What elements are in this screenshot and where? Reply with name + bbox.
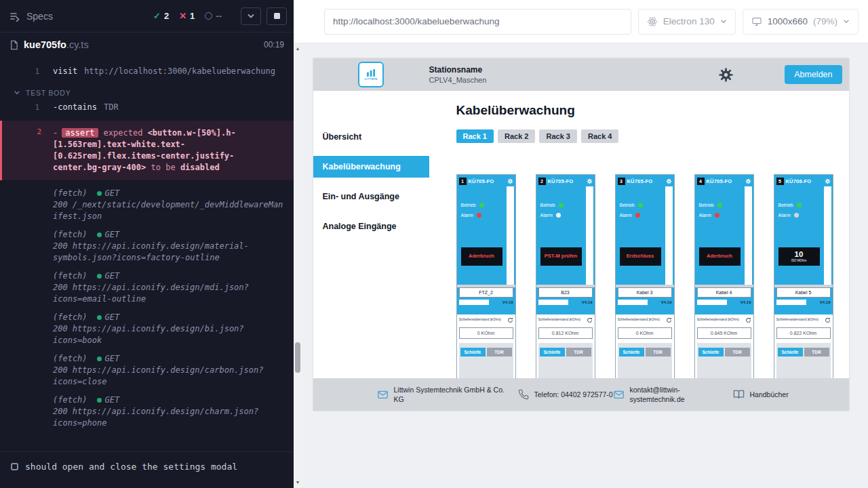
- measurement-panel: Schleifenwiderstand [kOhm] 0.822 KOhm Sc…: [774, 314, 833, 378]
- device-settings-gear-icon[interactable]: [745, 178, 751, 184]
- device-settings-gear-icon[interactable]: [587, 178, 593, 184]
- betrieb-label: Betrieb: [620, 203, 635, 207]
- viewport-size: 1000x660: [768, 16, 808, 26]
- viewport-select[interactable]: 1000x660 (79%): [743, 9, 859, 35]
- status-box: Aderbruch: [699, 247, 741, 266]
- cable-name: FTZ_2: [459, 287, 513, 298]
- device-model: KÜ705-FO: [707, 178, 743, 184]
- card-header: 2 KÜ705-FO: [536, 175, 595, 186]
- card-upper: Betrieb Alarm Erdschluss: [616, 186, 674, 285]
- scroll-down-arrow-icon[interactable]: ▼: [294, 479, 302, 486]
- fetch-log-row[interactable]: (fetch)GET 200https://api.iconify.design…: [0, 226, 294, 267]
- device-model: KÜ706-FO: [786, 178, 823, 184]
- url-input[interactable]: [324, 9, 631, 35]
- scrollbar-thumb[interactable]: [295, 342, 300, 373]
- refresh-icon[interactable]: [587, 317, 593, 323]
- button-area: Schleife TDR: [459, 343, 513, 378]
- stop-tests-button[interactable]: [267, 7, 287, 25]
- footer-manuals[interactable]: Handbücher: [733, 389, 789, 401]
- sidebar-item[interactable]: Analoge Eingänge: [313, 211, 429, 241]
- alarm-label: Alarm: [699, 213, 711, 218]
- rack-tab[interactable]: Rack 2: [498, 129, 535, 143]
- footer-company[interactable]: Littwin Systemtechnik GmbH & Co. KG: [377, 385, 509, 404]
- loop-resistance-value: 0 KOhm: [459, 327, 513, 339]
- alarm-row: Alarm: [461, 211, 504, 219]
- spec-list-icon: [9, 11, 20, 22]
- sidebar-item[interactable]: Übersicht: [313, 122, 429, 152]
- spec-title-row[interactable]: kue705fo.cy.ts 00:19: [0, 33, 294, 57]
- betrieb-led: [797, 203, 802, 207]
- schleife-button[interactable]: Schleife: [460, 348, 486, 357]
- firmware-version: V4.19: [582, 300, 593, 304]
- tdr-button[interactable]: TDR: [725, 348, 750, 357]
- logout-button[interactable]: Abmelden: [785, 65, 842, 84]
- refresh-icon[interactable]: [825, 317, 831, 323]
- button-row: Schleife TDR: [619, 348, 671, 357]
- rack-tab[interactable]: Rack 3: [539, 129, 576, 143]
- fetch-log-row[interactable]: (fetch)GET 200https://api.iconify.design…: [0, 267, 294, 308]
- reporter-scrollbar[interactable]: ▲ ▼: [294, 43, 302, 488]
- viewport-monitor-icon: [751, 16, 762, 27]
- next-test-row[interactable]: should open and close the settings modal: [0, 451, 294, 481]
- collapse-all-button[interactable]: [241, 7, 261, 25]
- card-rail: [665, 186, 673, 285]
- device-number: 3: [618, 178, 625, 185]
- schleife-button[interactable]: Schleife: [698, 348, 724, 357]
- visit-command-row[interactable]: 1 visithttp://localhost:3000/kabelueberw…: [0, 64, 294, 79]
- footer-email[interactable]: kontakt@littwin-systemtechnik.de: [613, 385, 698, 404]
- device-settings-gear-icon[interactable]: [507, 178, 513, 184]
- device-settings-gear-icon[interactable]: [666, 178, 672, 184]
- browser-select[interactable]: Electron 130: [638, 9, 736, 35]
- alarm-led: [715, 213, 719, 218]
- refresh-icon[interactable]: [507, 317, 513, 323]
- betrieb-row: Betrieb: [540, 201, 583, 209]
- electron-icon: [647, 16, 658, 27]
- alarm-row: Alarm: [620, 211, 663, 219]
- footer-phone[interactable]: Telefon: 04402 972577-0: [518, 389, 617, 400]
- schleife-button[interactable]: Schleife: [619, 348, 644, 357]
- device-card: 2 KÜ705-FO Betrieb: [536, 174, 595, 378]
- fetch-log-row[interactable]: (fetch)GET 200/_next/static/development/…: [0, 184, 294, 226]
- spec-file-icon: [9, 40, 18, 50]
- specs-menu-button[interactable]: Specs: [9, 11, 53, 22]
- sidebar-item[interactable]: Kabelüberwachung: [313, 156, 429, 178]
- schleife-button[interactable]: Schleife: [540, 348, 565, 357]
- status-text: PST-M prüfen: [545, 253, 577, 259]
- tdr-button[interactable]: TDR: [646, 348, 671, 357]
- settings-gear-icon[interactable]: [718, 67, 734, 83]
- firmware-version: V4.19: [661, 300, 672, 304]
- card-status-area: Betrieb Alarm Aderbruch: [457, 186, 507, 285]
- failed-assert-row[interactable]: 2 -assertexpected <button.w-[50%].h-[1.5…: [0, 121, 294, 180]
- sidebar-item[interactable]: Ein- und Ausgänge: [313, 182, 429, 211]
- fetch-log-row[interactable]: (fetch)GET 200https://api.iconify.design…: [0, 391, 294, 432]
- test-body-section[interactable]: TEST BODY: [0, 86, 294, 100]
- alarm-label: Alarm: [461, 213, 473, 218]
- contains-command-row[interactable]: 1 -containsTDR: [0, 100, 294, 115]
- version-box: [776, 300, 806, 305]
- measurement-panel: Schleifenwiderstand [kOhm] 0 KOhm Schlei…: [616, 314, 674, 378]
- loop-header: Schleifenwiderstand [kOhm]: [538, 317, 593, 323]
- refresh-icon[interactable]: [666, 317, 672, 323]
- device-model: KÜ705-FO: [469, 178, 505, 184]
- device-settings-gear-icon[interactable]: [825, 178, 831, 184]
- fetch-log-row[interactable]: (fetch)GET 200https://api.iconify.design…: [0, 350, 294, 391]
- rack-tab[interactable]: Rack 1: [456, 129, 494, 143]
- stop-icon: [274, 13, 280, 19]
- app-footer: Littwin Systemtechnik GmbH & Co. KG Tele…: [313, 378, 849, 411]
- rack-tab-label: Rack 2: [505, 132, 528, 140]
- card-status-area: Betrieb Alarm Erdschluss: [616, 186, 665, 285]
- schleife-button[interactable]: Schleife: [778, 348, 803, 357]
- logo-text: LITTWIN: [364, 77, 377, 81]
- success-dot-icon: [97, 232, 102, 237]
- scroll-up-arrow-icon[interactable]: ▲: [294, 45, 302, 52]
- refresh-icon[interactable]: [745, 317, 751, 323]
- tdr-button[interactable]: TDR: [804, 348, 829, 357]
- fetch-log-row[interactable]: (fetch)GET 200https://api.iconify.design…: [0, 308, 294, 350]
- tdr-button[interactable]: TDR: [566, 348, 591, 357]
- rack-tab[interactable]: Rack 4: [581, 129, 618, 143]
- status-subtext: ISO MOhm: [791, 259, 807, 262]
- betrieb-label: Betrieb: [461, 203, 476, 207]
- tdr-button[interactable]: TDR: [487, 348, 512, 357]
- card-rail: [586, 186, 593, 285]
- chevron-down-icon: [720, 18, 727, 25]
